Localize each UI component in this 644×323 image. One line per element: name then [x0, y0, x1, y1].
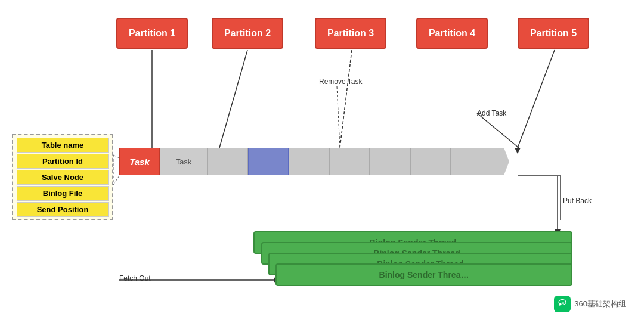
- watermark: 360基础架构组: [554, 296, 626, 312]
- info-box: Table name Partition Id Salve Node Binlo…: [12, 134, 113, 220]
- task-gray-1: Task: [160, 148, 208, 175]
- partition-4: Partition 4: [416, 18, 488, 49]
- partition-3: Partition 3: [315, 18, 386, 49]
- diagram-container: Partition 1 Partition 2 Partition 3 Part…: [0, 0, 644, 323]
- task-gray-6: [410, 148, 451, 175]
- task-red: Task: [119, 148, 160, 175]
- watermark-text: 360基础架构组: [574, 299, 626, 309]
- task-queue-end: [491, 148, 509, 175]
- partition-2: Partition 2: [212, 18, 283, 49]
- task-blue: [248, 148, 289, 175]
- partition-1: Partition 1: [116, 18, 188, 49]
- task-queue: Task Task: [119, 148, 509, 175]
- info-row-send-position: Send Position: [17, 202, 109, 217]
- svg-line-2: [219, 50, 247, 148]
- info-row-table-name: Table name: [17, 138, 109, 153]
- svg-line-10: [113, 176, 119, 185]
- task-gray-7: [451, 148, 491, 175]
- wechat-logo: [554, 296, 571, 312]
- info-row-binlog-file: Binlog File: [17, 186, 109, 201]
- put-back-label: Put Back: [563, 197, 592, 205]
- task-gray-2: [208, 148, 248, 175]
- svg-line-6: [518, 50, 555, 148]
- svg-line-8: [337, 86, 340, 148]
- task-gray-4: [329, 148, 370, 175]
- svg-marker-7: [515, 148, 521, 154]
- svg-line-4: [340, 50, 352, 148]
- svg-line-9: [477, 113, 519, 148]
- binlog-thread-4: Binlog Sender Threa…: [275, 263, 572, 286]
- fetch-out-label: Fetch Out: [119, 274, 151, 282]
- task-gray-3: [289, 148, 329, 175]
- info-row-partition-id: Partition Id: [17, 154, 109, 169]
- remove-task-label: Remove Task: [319, 77, 362, 86]
- info-row-salve-node: Salve Node: [17, 170, 109, 185]
- svg-line-11: [113, 155, 119, 158]
- task-gray-5: [370, 148, 410, 175]
- partition-5: Partition 5: [518, 18, 589, 49]
- add-task-label: Add Task: [477, 109, 506, 117]
- svg-point-21: [562, 302, 564, 304]
